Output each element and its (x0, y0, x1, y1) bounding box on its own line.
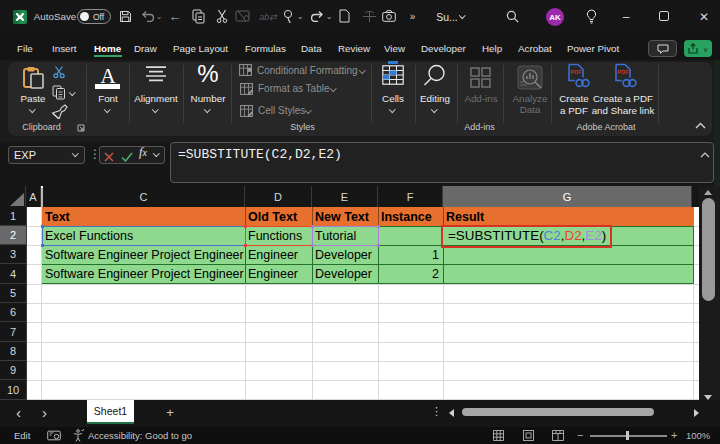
svg-text:PDF: PDF (618, 69, 630, 75)
svg-text:PDF: PDF (571, 69, 583, 75)
